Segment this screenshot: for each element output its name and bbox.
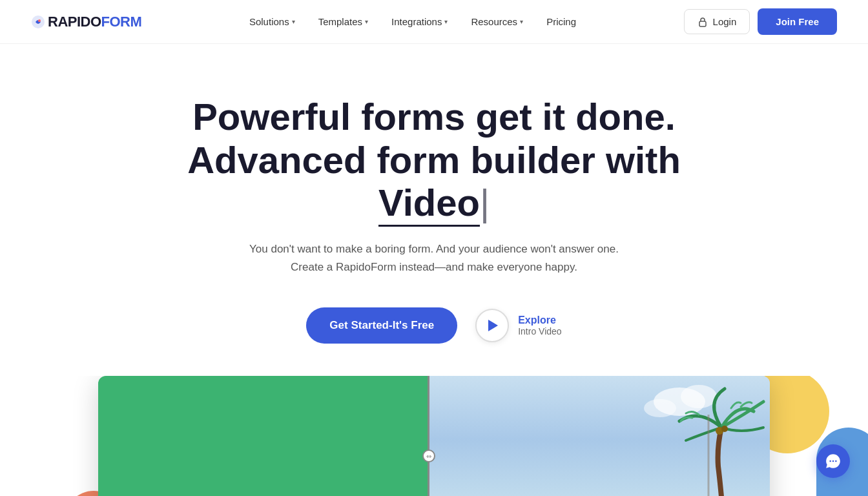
nav-templates[interactable]: Templates ▾ (309, 11, 377, 32)
svg-point-9 (829, 460, 831, 462)
play-button[interactable] (475, 309, 509, 342)
nav-actions: Login Join Free (684, 8, 837, 35)
demo-area: ⇔ (0, 376, 868, 496)
nav-solutions[interactable]: Solutions ▾ (240, 11, 304, 32)
nav-links: Solutions ▾ Templates ▾ Integrations ▾ R… (240, 11, 585, 32)
nav-resources[interactable]: Resources ▾ (462, 11, 532, 32)
palm-tree-illustration (641, 376, 770, 496)
logo[interactable]: RAPIDOFORM (31, 14, 141, 30)
divider-handle[interactable]: ⇔ (422, 450, 435, 462)
logo-text: RAPIDOFORM (48, 14, 141, 30)
video-label-bottom: Intro Video (518, 326, 561, 336)
hero-section: Powerful forms get it done. Advanced for… (0, 44, 868, 376)
video-label-top: Explore (518, 315, 561, 326)
chevron-down-icon: ▾ (365, 18, 368, 25)
navbar: RAPIDOFORM Solutions ▾ Templates ▾ Integ… (0, 0, 868, 44)
explore-video-button[interactable]: Explore Intro Video (475, 309, 561, 342)
chevron-down-icon: ▾ (292, 18, 295, 25)
login-button[interactable]: Login (684, 9, 750, 34)
svg-point-11 (835, 460, 837, 462)
svg-point-5 (644, 399, 676, 417)
video-label: Explore Intro Video (518, 315, 561, 336)
join-free-button[interactable]: Join Free (758, 8, 837, 35)
demo-panel-right (429, 376, 770, 496)
lock-icon (698, 17, 708, 27)
demo-panels: ⇔ (98, 376, 770, 496)
nav-pricing[interactable]: Pricing (537, 11, 585, 32)
hero-title-highlight: Video (378, 181, 480, 227)
svg-rect-2 (699, 21, 706, 26)
chat-icon (825, 453, 842, 470)
chevron-down-icon: ▾ (444, 18, 448, 25)
chat-support-button[interactable] (816, 444, 850, 478)
svg-point-1 (38, 19, 41, 22)
play-icon (488, 320, 498, 331)
logo-icon (31, 15, 45, 29)
demo-divider[interactable]: ⇔ (428, 376, 429, 496)
svg-point-10 (832, 460, 834, 462)
svg-point-8 (721, 426, 728, 432)
chevron-down-icon: ▾ (520, 18, 523, 25)
nav-integrations[interactable]: Integrations ▾ (382, 11, 457, 32)
hero-subtitle: You don't want to make a boring form. An… (247, 240, 621, 276)
hero-actions: Get Started-It's Free Explore Intro Vide… (31, 307, 837, 344)
get-started-button[interactable]: Get Started-It's Free (306, 307, 457, 344)
hero-title: Powerful forms get it done. Advanced for… (169, 96, 699, 225)
svg-point-4 (681, 385, 717, 408)
demo-panel-left (98, 376, 428, 496)
